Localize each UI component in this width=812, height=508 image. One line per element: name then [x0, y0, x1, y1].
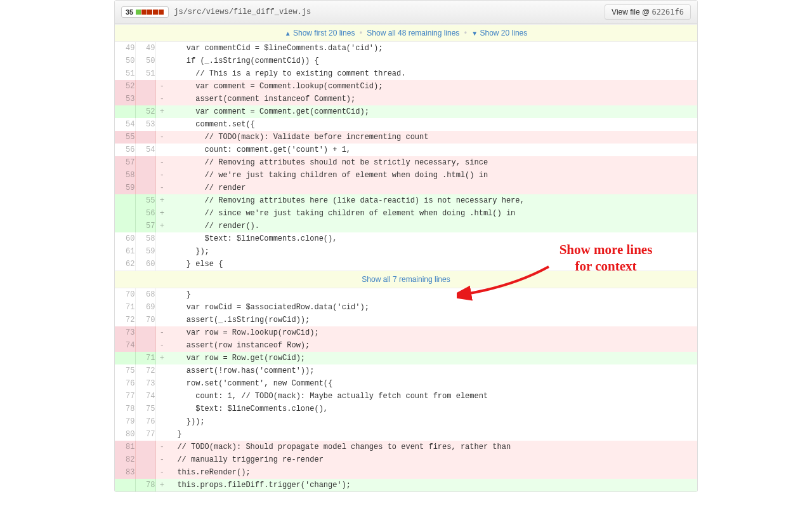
old-line-number[interactable]: 49: [115, 42, 135, 55]
old-line-number[interactable]: [115, 207, 135, 220]
new-line-number[interactable]: [135, 182, 155, 194]
old-line-number[interactable]: [115, 352, 135, 364]
new-line-number[interactable]: [135, 326, 155, 339]
old-line-number[interactable]: 50: [115, 55, 135, 67]
old-line-number[interactable]: 53: [115, 93, 135, 105]
old-line-number[interactable]: 57: [115, 156, 135, 169]
new-line-number[interactable]: 53: [135, 118, 155, 131]
old-line-number[interactable]: [115, 105, 135, 118]
new-line-number[interactable]: [135, 466, 155, 479]
show-all-link[interactable]: Show all 48 remaining lines: [367, 29, 459, 37]
new-line-number[interactable]: 59: [135, 245, 155, 258]
old-line-number[interactable]: [115, 194, 135, 207]
new-line-number[interactable]: 49: [135, 42, 155, 55]
diff-row[interactable]: 6058 $text: $lineComments.clone(),: [115, 232, 697, 245]
new-line-number[interactable]: 78: [135, 479, 155, 491]
old-line-number[interactable]: 83: [115, 466, 135, 479]
new-line-number[interactable]: [135, 131, 155, 144]
old-line-number[interactable]: 80: [115, 428, 135, 441]
new-line-number[interactable]: [135, 156, 155, 169]
diff-row[interactable]: 5050 if (_.isString(commentCid)) {: [115, 55, 697, 67]
old-line-number[interactable]: 75: [115, 364, 135, 377]
diff-row[interactable]: 81- // TODO(mack): Should propagate mode…: [115, 441, 697, 453]
new-line-number[interactable]: [135, 169, 155, 182]
diff-row[interactable]: 8077 }: [115, 428, 697, 441]
new-line-number[interactable]: [135, 80, 155, 93]
diff-row[interactable]: 55+ // Removing attributes here (like da…: [115, 194, 697, 207]
new-line-number[interactable]: [135, 93, 155, 105]
diff-row[interactable]: 83- this.reRender();: [115, 466, 697, 479]
old-line-number[interactable]: 79: [115, 415, 135, 428]
old-line-number[interactable]: 74: [115, 339, 135, 352]
new-line-number[interactable]: 68: [135, 288, 155, 301]
diff-row[interactable]: 7875 $text: $lineComments.clone(),: [115, 403, 697, 415]
new-line-number[interactable]: 72: [135, 364, 155, 377]
diff-row[interactable]: 57- // Removing attributes should not be…: [115, 156, 697, 169]
diff-row[interactable]: 6260 } else {: [115, 258, 697, 271]
new-line-number[interactable]: 70: [135, 314, 155, 326]
diff-row[interactable]: 55- // TODO(mack): Validate before incre…: [115, 131, 697, 144]
diff-row[interactable]: 7774 count: 1, // TODO(mack): Maybe actu…: [115, 390, 697, 403]
diff-row[interactable]: 6159 });: [115, 245, 697, 258]
diff-row[interactable]: 7976 }));: [115, 415, 697, 428]
new-line-number[interactable]: 56: [135, 207, 155, 220]
new-line-number[interactable]: 55: [135, 194, 155, 207]
diff-row[interactable]: 59- // render: [115, 182, 697, 194]
new-line-number[interactable]: [135, 453, 155, 466]
new-line-number[interactable]: 69: [135, 301, 155, 314]
old-line-number[interactable]: [115, 220, 135, 232]
old-line-number[interactable]: 76: [115, 377, 135, 390]
old-line-number[interactable]: 81: [115, 441, 135, 453]
old-line-number[interactable]: 78: [115, 403, 135, 415]
diff-row[interactable]: 78+ this.props.fileDiff.trigger('change'…: [115, 479, 697, 491]
diff-row[interactable]: 7572 assert(!row.has('comment'));: [115, 364, 697, 377]
diff-row[interactable]: 71+ var row = Row.get(rowCid);: [115, 352, 697, 364]
old-line-number[interactable]: 58: [115, 169, 135, 182]
old-line-number[interactable]: 59: [115, 182, 135, 194]
old-line-number[interactable]: 72: [115, 314, 135, 326]
diff-row[interactable]: 4949 var commentCid = $lineComments.data…: [115, 42, 697, 55]
new-line-number[interactable]: [135, 339, 155, 352]
diff-row[interactable]: 82- // manually triggering re-render: [115, 453, 697, 466]
diff-row[interactable]: 74- assert(row instanceof Row);: [115, 339, 697, 352]
old-line-number[interactable]: 77: [115, 390, 135, 403]
old-line-number[interactable]: 51: [115, 67, 135, 80]
diff-row[interactable]: 52- var comment = Comment.lookup(comment…: [115, 80, 697, 93]
diff-row[interactable]: 7068 }: [115, 288, 697, 301]
show-all-remaining-link[interactable]: Show all 7 remaining lines: [362, 275, 450, 284]
diff-row[interactable]: 57+ // render().: [115, 220, 697, 232]
diff-row[interactable]: 5151 // This is a reply to existing comm…: [115, 67, 697, 80]
new-line-number[interactable]: 73: [135, 377, 155, 390]
diff-row[interactable]: 52+ var comment = Comment.get(commentCid…: [115, 105, 697, 118]
old-line-number[interactable]: 56: [115, 144, 135, 156]
diff-row[interactable]: 7673 row.set('comment', new Comment({: [115, 377, 697, 390]
old-line-number[interactable]: 52: [115, 80, 135, 93]
diff-row[interactable]: 7169 var rowCid = $associatedRow.data('c…: [115, 301, 697, 314]
old-line-number[interactable]: 82: [115, 453, 135, 466]
old-line-number[interactable]: [115, 479, 135, 491]
old-line-number[interactable]: 61: [115, 245, 135, 258]
old-line-number[interactable]: 70: [115, 288, 135, 301]
diff-row[interactable]: 56+ // since we're just taking children …: [115, 207, 697, 220]
new-line-number[interactable]: 58: [135, 232, 155, 245]
new-line-number[interactable]: 50: [135, 55, 155, 67]
old-line-number[interactable]: 55: [115, 131, 135, 144]
diff-row[interactable]: 7270 assert(_.isString(rowCid));: [115, 314, 697, 326]
old-line-number[interactable]: 62: [115, 258, 135, 271]
new-line-number[interactable]: 75: [135, 403, 155, 415]
new-line-number[interactable]: 71: [135, 352, 155, 364]
show-first-link[interactable]: ▲ Show first 20 lines: [285, 29, 355, 37]
new-line-number[interactable]: 74: [135, 390, 155, 403]
diff-row[interactable]: 5453 comment.set({: [115, 118, 697, 131]
new-line-number[interactable]: 76: [135, 415, 155, 428]
show-next-link[interactable]: ▼ Show 20 lines: [471, 29, 527, 37]
old-line-number[interactable]: 71: [115, 301, 135, 314]
old-line-number[interactable]: 60: [115, 232, 135, 245]
new-line-number[interactable]: [135, 441, 155, 453]
diffstat-badge[interactable]: 35: [121, 6, 169, 18]
new-line-number[interactable]: 77: [135, 428, 155, 441]
new-line-number[interactable]: 60: [135, 258, 155, 271]
new-line-number[interactable]: 51: [135, 67, 155, 80]
diff-row[interactable]: 58- // we're just taking children of ele…: [115, 169, 697, 182]
diff-row[interactable]: 5654 count: comment.get('count') + 1,: [115, 144, 697, 156]
